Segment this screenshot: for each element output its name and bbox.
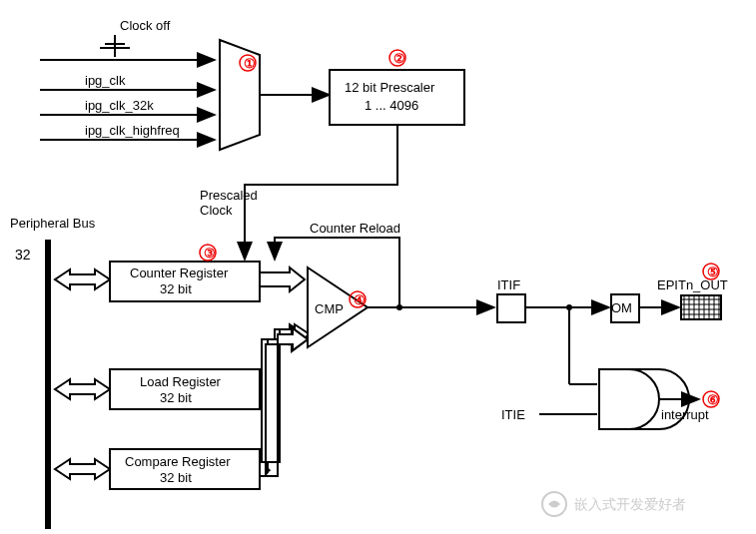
om-block: OM bbox=[611, 294, 639, 322]
svg-rect-32 bbox=[681, 295, 721, 319]
mark-1: ① bbox=[244, 56, 256, 71]
svg-text:Counter Register: Counter Register bbox=[130, 266, 229, 280]
prescaler-title: 12 bit Prescaler bbox=[345, 80, 435, 95]
svg-text:嵌入式开发爱好者: 嵌入式开发爱好者 bbox=[574, 496, 686, 512]
svg-text:Clock: Clock bbox=[200, 203, 233, 218]
data-paths bbox=[260, 267, 310, 476]
itif-block: ITIF bbox=[497, 277, 525, 322]
and-gate: ITIE interrupt ⑥ bbox=[501, 307, 719, 429]
bus-arrows bbox=[55, 269, 110, 479]
mark-5: ⑤ bbox=[707, 265, 719, 279]
clock-inputs: Clock off ipg_clk ipg_clk_32k ipg_clk_hi… bbox=[40, 18, 215, 140]
watermark: 嵌入式开发爱好者 bbox=[542, 492, 686, 516]
prescaled-label: Prescaled bbox=[200, 188, 258, 203]
svg-rect-13 bbox=[45, 240, 51, 529]
reload-label: Counter Reload bbox=[310, 221, 400, 236]
itie-label: ITIE bbox=[501, 407, 525, 422]
itif-label: ITIF bbox=[497, 277, 520, 292]
om-label: OM bbox=[611, 300, 632, 315]
svg-text:Load Register: Load Register bbox=[140, 374, 222, 389]
svg-rect-27 bbox=[497, 294, 525, 322]
compare-register: Compare Register 32 bit bbox=[110, 449, 260, 489]
label-ipg-clk-highfreq: ipg_clk_highfreq bbox=[85, 123, 180, 138]
svg-text:32 bit: 32 bit bbox=[160, 470, 192, 485]
svg-text:32 bit: 32 bit bbox=[160, 390, 192, 405]
counter-register: Counter Register 32 bit ③ bbox=[110, 245, 260, 301]
load-register: Load Register 32 bit bbox=[110, 369, 260, 409]
label-ipg-clk: ipg_clk bbox=[85, 73, 126, 88]
mark-4: ④ bbox=[354, 292, 366, 307]
cmp-label: CMP bbox=[315, 301, 344, 316]
bus-width: 32 bbox=[15, 247, 31, 263]
svg-text:Compare Register: Compare Register bbox=[125, 454, 231, 469]
label-clock-off: Clock off bbox=[120, 18, 171, 33]
mark-2: ② bbox=[393, 51, 405, 66]
interrupt-label: interrupt bbox=[661, 407, 709, 422]
mark-6: ⑥ bbox=[707, 392, 719, 407]
clock-mux: ① bbox=[220, 40, 330, 150]
mark-3: ③ bbox=[204, 246, 216, 261]
comparator: CMP ④ bbox=[308, 267, 368, 347]
label-ipg-clk-32k: ipg_clk_32k bbox=[85, 98, 154, 113]
bus-label: Peripheral Bus bbox=[10, 216, 96, 231]
prescaler-range: 1 ... 4096 bbox=[365, 98, 418, 113]
output-block: EPITn_OUT ⑤ bbox=[657, 264, 728, 319]
out-label: EPITn_OUT bbox=[657, 277, 728, 292]
svg-text:32 bit: 32 bit bbox=[160, 281, 192, 296]
peripheral-bus: Peripheral Bus 32 bbox=[10, 216, 96, 529]
